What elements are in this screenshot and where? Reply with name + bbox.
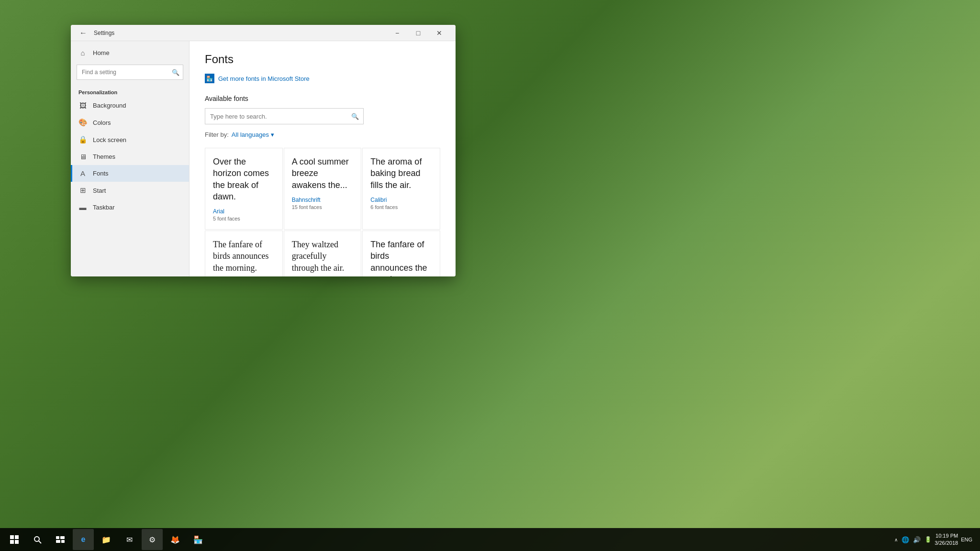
sidebar-item-background[interactable]: 🖼 Background — [71, 97, 189, 114]
font-search-icon: 🔍 — [351, 113, 359, 120]
svg-rect-2 — [10, 540, 14, 544]
ms-store-link[interactable]: 🏪 Get more fonts in Microsoft Store — [205, 74, 440, 83]
font-faces-bahnschrift: 15 font faces — [292, 204, 354, 210]
sidebar-item-lock-screen[interactable]: 🔒 Lock screen — [71, 131, 189, 148]
font-card-cambria-math[interactable]: They waltzed gracefully through the air.… — [284, 231, 362, 276]
chevron-down-icon: ▾ — [271, 131, 274, 138]
sidebar-item-start[interactable]: ⊞ Start — [71, 182, 189, 199]
search-button[interactable] — [27, 529, 48, 550]
window-controls: − □ ✕ — [387, 25, 450, 41]
sidebar-search-icon: 🔍 — [172, 69, 179, 76]
lock-screen-icon: 🔒 — [78, 135, 87, 144]
start-button[interactable] — [4, 529, 25, 550]
language-indicator[interactable]: ENG — [961, 537, 972, 542]
taskbar: e 📁 ✉ ⚙ 🦊 🏪 ∧ 🌐 🔊 🔋 10:19 PM 3/26/2018 E… — [0, 528, 980, 551]
taskbar-clock[interactable]: 10:19 PM 3/26/2018 — [935, 532, 958, 547]
filter-bar: Filter by: All languages ▾ — [205, 131, 440, 138]
colors-icon: 🎨 — [78, 118, 87, 127]
svg-rect-8 — [56, 540, 60, 543]
settings-taskbar-button[interactable]: ⚙ — [142, 529, 163, 550]
sidebar-search-container: 🔍 — [77, 65, 183, 80]
taskbar-right: ∧ 🌐 🔊 🔋 10:19 PM 3/26/2018 ENG — [894, 532, 976, 547]
taskbar-time: 10:19 PM — [935, 532, 958, 540]
background-icon: 🖼 — [78, 101, 87, 110]
fonts-icon: A — [78, 169, 87, 177]
battery-icon[interactable]: 🔋 — [924, 536, 932, 543]
systray-expand-icon[interactable]: ∧ — [894, 537, 898, 542]
firefox-button[interactable]: 🦊 — [165, 529, 186, 550]
speaker-icon[interactable]: 🔊 — [913, 536, 921, 543]
font-card-arial[interactable]: Over the horizon comes the break of dawn… — [205, 148, 283, 230]
svg-point-4 — [34, 537, 39, 541]
font-name-calibri: Calibri — [370, 197, 432, 203]
font-preview-cambria: The fanfare of birds announces the morni… — [213, 239, 275, 274]
available-fonts-title: Available fonts — [205, 95, 440, 102]
svg-rect-7 — [60, 536, 65, 539]
window-body: ⌂ Home 🔍 Personalization 🖼 Background 🎨 … — [71, 41, 456, 276]
font-grid: Over the horizon comes the break of dawn… — [205, 148, 440, 276]
main-content: Fonts 🏪 Get more fonts in Microsoft Stor… — [189, 41, 456, 276]
close-button[interactable]: ✕ — [429, 25, 450, 41]
font-faces-arial: 5 font faces — [213, 216, 275, 221]
sidebar-lock-label: Lock screen — [93, 136, 126, 143]
back-button[interactable]: ← — [77, 26, 90, 40]
font-card-calibri[interactable]: The aroma of baking bread fills the air.… — [362, 148, 440, 230]
font-card-candara[interactable]: The fanfare of birds announces the morni… — [362, 231, 440, 276]
svg-line-5 — [39, 541, 41, 543]
font-search-container: 🔍 — [205, 108, 364, 124]
systray-icons: ∧ 🌐 🔊 🔋 — [894, 536, 932, 543]
sidebar-item-home[interactable]: ⌂ Home — [71, 45, 189, 61]
sidebar-section-title: Personalization — [71, 84, 189, 97]
start-icon: ⊞ — [78, 186, 87, 195]
taskbar-icon: ▬ — [78, 203, 87, 211]
sidebar-item-fonts[interactable]: A Fonts — [71, 165, 189, 182]
language-filter-dropdown[interactable]: All languages ▾ — [232, 131, 274, 138]
sidebar-home-label: Home — [93, 49, 110, 56]
network-icon[interactable]: 🌐 — [902, 536, 909, 543]
font-faces-calibri: 6 font faces — [370, 204, 432, 210]
sidebar-fonts-label: Fonts — [93, 170, 109, 177]
ms-store-icon: 🏪 — [205, 74, 214, 83]
svg-rect-9 — [61, 540, 65, 543]
maximize-button[interactable]: □ — [408, 25, 429, 41]
page-title: Fonts — [205, 53, 440, 66]
sidebar-taskbar-label: Taskbar — [93, 204, 115, 211]
font-name-bahnschrift: Bahnschrift — [292, 197, 354, 203]
ms-store-label: Get more fonts in Microsoft Store — [218, 75, 310, 82]
sidebar-background-label: Background — [93, 102, 126, 109]
task-view-button[interactable] — [50, 529, 71, 550]
sidebar-start-label: Start — [93, 187, 106, 194]
font-name-arial: Arial — [213, 208, 275, 215]
filter-value: All languages — [232, 131, 269, 138]
svg-rect-6 — [56, 536, 59, 539]
taskbar-date: 3/26/2018 — [935, 540, 958, 547]
title-bar: ← Settings − □ ✕ — [71, 25, 456, 41]
font-search-input[interactable] — [205, 108, 364, 124]
svg-rect-1 — [15, 535, 19, 539]
svg-rect-0 — [10, 535, 14, 539]
sidebar-item-taskbar[interactable]: ▬ Taskbar — [71, 199, 189, 216]
explorer-button[interactable]: 📁 — [96, 529, 117, 550]
window-title: Settings — [94, 30, 114, 36]
font-card-cambria[interactable]: The fanfare of birds announces the morni… — [205, 231, 283, 276]
font-preview-cambria-math: They waltzed gracefully through the air. — [292, 239, 354, 274]
svg-rect-3 — [15, 540, 19, 544]
taskbar-left: e 📁 ✉ ⚙ 🦊 🏪 — [4, 529, 209, 550]
minimize-button[interactable]: − — [387, 25, 408, 41]
sidebar-item-themes[interactable]: 🖥 Themes — [71, 148, 189, 165]
sidebar-search-input[interactable] — [77, 65, 183, 80]
sidebar-item-colors[interactable]: 🎨 Colors — [71, 114, 189, 131]
mail-button[interactable]: ✉ — [119, 529, 140, 550]
font-preview-bahnschrift: A cool summer breeze awakens the... — [292, 156, 354, 191]
font-preview-arial: Over the horizon comes the break of dawn… — [213, 156, 275, 202]
edge-button[interactable]: e — [73, 529, 94, 550]
sidebar-themes-label: Themes — [93, 153, 115, 160]
font-preview-candara: The fanfare of birds announces the morni… — [370, 239, 432, 276]
font-card-bahnschrift[interactable]: A cool summer breeze awakens the... Bahn… — [284, 148, 362, 230]
settings-window: ← Settings − □ ✕ ⌂ Home 🔍 Personalizatio… — [71, 25, 456, 276]
store-button[interactable]: 🏪 — [188, 529, 209, 550]
themes-icon: 🖥 — [78, 153, 87, 161]
sidebar-colors-label: Colors — [93, 119, 111, 126]
font-preview-calibri: The aroma of baking bread fills the air. — [370, 156, 432, 191]
home-icon: ⌂ — [78, 49, 87, 57]
